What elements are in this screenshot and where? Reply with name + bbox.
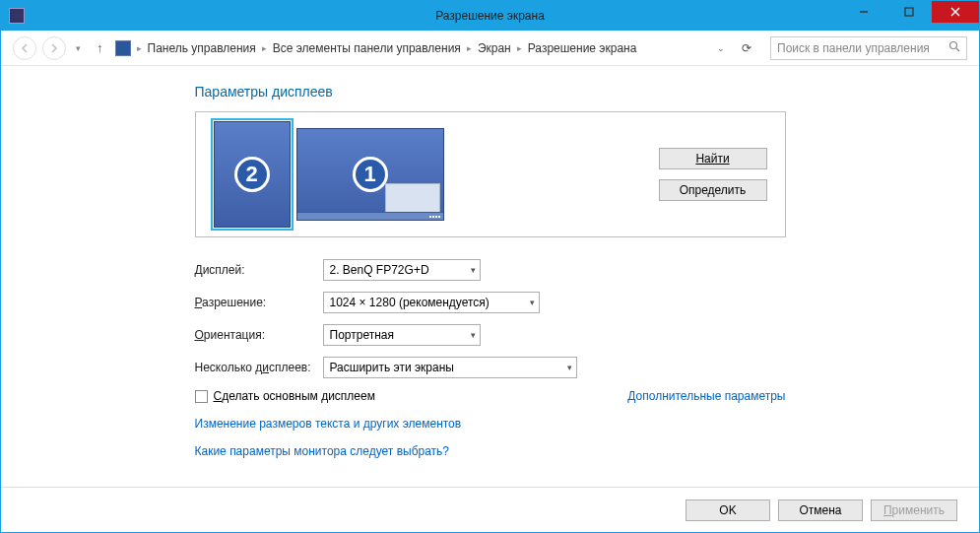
monitors-group[interactable]: 2 1 bbox=[214, 121, 444, 228]
display-value: 2. BenQ FP72G+D bbox=[330, 263, 429, 277]
multi-display-value: Расширить эти экраны bbox=[330, 361, 454, 374]
apply-button[interactable]: Применить bbox=[871, 500, 957, 521]
orientation-value: Портретная bbox=[330, 328, 394, 342]
orientation-label: Ориентация: bbox=[195, 328, 323, 342]
display-select[interactable]: 2. BenQ FP72G+D ▾ bbox=[323, 259, 481, 281]
identify-button[interactable]: Определить bbox=[659, 179, 767, 201]
breadcrumb-sep-icon: ▸ bbox=[517, 43, 522, 53]
breadcrumb-sep-icon: ▸ bbox=[467, 43, 472, 53]
svg-rect-1 bbox=[905, 8, 913, 16]
toolbar: ▾ ↑ ▸ Панель управления ▸ Все элементы п… bbox=[1, 31, 979, 66]
breadcrumb-sep-icon: ▸ bbox=[262, 43, 267, 53]
chevron-down-icon: ▾ bbox=[471, 330, 476, 340]
forward-button[interactable] bbox=[42, 36, 66, 60]
svg-line-5 bbox=[956, 48, 959, 51]
taskbar-icon bbox=[297, 212, 443, 220]
search-input[interactable]: Поиск в панели управления bbox=[770, 36, 967, 60]
close-button[interactable] bbox=[932, 1, 979, 23]
page-heading: Параметры дисплеев bbox=[195, 84, 786, 100]
address-dropdown-icon[interactable]: ⌄ bbox=[717, 43, 725, 53]
resolution-label: Разрешение: bbox=[195, 296, 323, 309]
titlebar[interactable]: Разрешение экрана bbox=[1, 1, 979, 31]
display-preview: 2 1 Найти Определить bbox=[195, 111, 786, 237]
resolution-value: 1024 × 1280 (рекомендуется) bbox=[330, 296, 490, 309]
history-dropdown-icon[interactable]: ▾ bbox=[76, 43, 81, 53]
advanced-settings-link[interactable]: Дополнительные параметры bbox=[627, 389, 785, 403]
breadcrumb-item[interactable]: Разрешение экрана bbox=[528, 41, 637, 55]
chevron-down-icon: ▾ bbox=[530, 298, 535, 307]
refresh-button[interactable]: ⟳ bbox=[739, 41, 754, 55]
window-frame: Разрешение экрана ▾ ↑ ▸ Панель управлени… bbox=[0, 0, 980, 533]
chevron-down-icon: ▾ bbox=[471, 265, 476, 275]
dialog-footer: OK Отмена Применить bbox=[1, 487, 979, 532]
preview-buttons: Найти Определить bbox=[659, 148, 767, 201]
breadcrumb-sep-icon: ▸ bbox=[137, 43, 142, 53]
monitor-2[interactable]: 2 bbox=[214, 121, 291, 228]
which-settings-link[interactable]: Какие параметры монитора следует выбрать… bbox=[195, 444, 786, 458]
svg-point-4 bbox=[950, 42, 957, 49]
display-label: Дисплей: bbox=[195, 263, 323, 277]
detect-button[interactable]: Найти bbox=[659, 148, 767, 169]
search-icon bbox=[948, 40, 960, 55]
cancel-button[interactable]: Отмена bbox=[778, 500, 863, 521]
search-placeholder: Поиск в панели управления bbox=[777, 41, 930, 55]
make-primary-checkbox[interactable] bbox=[195, 390, 208, 403]
make-primary-label: Сделать основным дисплеем bbox=[214, 389, 375, 403]
app-icon bbox=[9, 8, 25, 24]
ok-button[interactable]: OK bbox=[686, 500, 770, 521]
multi-display-select[interactable]: Расширить эти экраны ▾ bbox=[323, 357, 577, 378]
control-panel-icon bbox=[115, 40, 131, 56]
breadcrumb-item[interactable]: Все элементы панели управления bbox=[273, 41, 461, 55]
breadcrumb-item[interactable]: Экран bbox=[478, 41, 511, 55]
up-button[interactable]: ↑ bbox=[97, 40, 103, 55]
content-area: Параметры дисплеев 2 1 Найти bbox=[1, 66, 979, 487]
text-size-link[interactable]: Изменение размеров текста и других элеме… bbox=[195, 417, 786, 431]
back-button[interactable] bbox=[13, 36, 36, 60]
orientation-select[interactable]: Портретная ▾ bbox=[323, 324, 481, 346]
minimize-button[interactable] bbox=[841, 1, 886, 23]
monitor-1[interactable]: 1 bbox=[296, 128, 444, 221]
breadcrumb: ▸ Панель управления ▸ Все элементы панел… bbox=[115, 40, 704, 56]
multi-display-label: Несколько дисплеев: bbox=[195, 361, 323, 374]
window-title: Разрешение экрана bbox=[435, 9, 545, 23]
monitor-number: 2 bbox=[234, 157, 270, 192]
maximize-button[interactable] bbox=[886, 1, 932, 23]
window-controls bbox=[841, 1, 979, 31]
chevron-down-icon: ▾ bbox=[567, 363, 572, 372]
breadcrumb-item[interactable]: Панель управления bbox=[148, 41, 256, 55]
monitor-number: 1 bbox=[353, 157, 388, 192]
resolution-select[interactable]: 1024 × 1280 (рекомендуется) ▾ bbox=[323, 292, 540, 313]
